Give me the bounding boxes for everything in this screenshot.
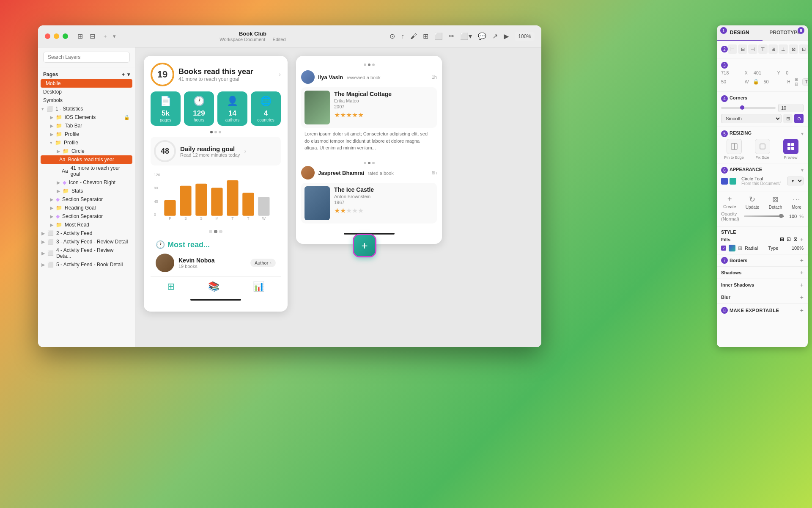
pin-to-edge-icon[interactable]: [727, 139, 742, 154]
corners-row: [721, 104, 804, 112]
layer-1-statistics[interactable]: ▾ ⬜ 1 - Statistics: [38, 105, 135, 113]
layer-label: 2 - Activity Feed: [56, 230, 92, 236]
corners-round-icon[interactable]: ⊙: [794, 114, 804, 123]
add-inner-shadow-button[interactable]: +: [800, 282, 804, 288]
tab-books-icon[interactable]: 📚: [208, 281, 219, 292]
fill-checkbox[interactable]: ✓: [721, 246, 726, 251]
stats-panel: 19 Books read this year 41 more to reach…: [144, 56, 288, 312]
corners-slider[interactable]: [721, 107, 776, 109]
align-center-h-icon[interactable]: ⊟: [738, 44, 747, 54]
appearance-select[interactable]: ▾: [787, 177, 804, 185]
page-desktop[interactable]: Desktop: [38, 88, 135, 96]
layer-41-more[interactable]: Aa 41 more to reach your goal: [38, 164, 135, 178]
page-mobile[interactable]: Mobile: [41, 79, 132, 88]
layer-tab-bar[interactable]: ▶ 📁 Tab Bar: [38, 121, 135, 130]
layer-section-separator-1[interactable]: ▶ ◆ Section Separator: [38, 195, 135, 204]
style-icon[interactable]: 🖌: [410, 33, 417, 40]
pages-value: 5k: [162, 109, 170, 118]
layer-profile-2[interactable]: ▾ 📁 Profile: [38, 138, 135, 147]
more-component-button[interactable]: ⋯ More: [792, 195, 801, 210]
smooth-select[interactable]: Smooth: [721, 114, 782, 123]
tab-home-icon[interactable]: ⊞: [167, 281, 175, 292]
layer-4-activity-feed[interactable]: ▶ ⬜ 4 - Activity Feed - Review Deta...: [38, 246, 135, 260]
add-export-button[interactable]: +: [800, 307, 804, 314]
layer-books-read[interactable]: Aa Books read this year: [41, 155, 132, 164]
layer-3-activity-feed[interactable]: ▶ ⬜ 3 - Activity Feed - Review Detail: [38, 237, 135, 246]
fill-gradient-swatch[interactable]: [729, 245, 735, 251]
layer-chevron-right[interactable]: ▶ ◆ Icon - Chevron Right: [38, 178, 135, 187]
transform-icon[interactable]: ⬜: [434, 32, 443, 40]
layer-most-read[interactable]: ▶ 📁 Most Read: [38, 221, 135, 229]
dropdown-arrow[interactable]: ▾: [113, 33, 116, 39]
layer-5-activity-feed[interactable]: ▶ ⬜ 5 - Activity Feed - Book Detail: [38, 260, 135, 269]
zoom-display[interactable]: 100%: [515, 32, 535, 41]
align-bottom-icon[interactable]: ⊥: [779, 44, 788, 54]
upload-icon[interactable]: ↑: [401, 33, 404, 40]
chevron-right-icon: ▶: [50, 197, 53, 202]
create-label: Create: [723, 204, 736, 209]
pages-chevron-icon[interactable]: ▾: [127, 72, 130, 77]
chevron-down-icon: ▾: [50, 140, 52, 146]
align-left-icon[interactable]: ⊢: [728, 44, 737, 54]
fills-icon-2: ⊡: [787, 236, 791, 243]
pen-icon[interactable]: ✏: [449, 32, 454, 40]
canvas-area: 19 Books read this year 41 more to reach…: [135, 47, 541, 347]
color-swatch-blue: [721, 178, 728, 185]
update-component-button[interactable]: ↻ Update: [746, 195, 759, 210]
layer-circle[interactable]: ▶ 📁 Circle: [38, 147, 135, 155]
share-icon[interactable]: ↗: [492, 32, 498, 40]
tab-stats-icon[interactable]: 📊: [253, 281, 264, 292]
resizing-title-row: 5 RESIZING: [721, 130, 752, 137]
present-icon[interactable]: ▶: [504, 32, 509, 40]
align-top-icon[interactable]: ⊤: [758, 44, 768, 54]
appearance-toggle-icon[interactable]: ▾: [801, 167, 804, 173]
activity-user-2: Jaspreet Bhamrai: [318, 170, 364, 176]
search-input[interactable]: [43, 52, 130, 63]
layer-section-separator-2[interactable]: ▶ ◆ Section Separator: [38, 212, 135, 221]
page-symbols[interactable]: Symbols: [38, 96, 135, 105]
preview-icon[interactable]: [783, 139, 798, 154]
fab-button[interactable]: +: [353, 234, 376, 257]
create-component-button[interactable]: + Create: [723, 195, 736, 210]
add-blur-button[interactable]: +: [800, 294, 804, 301]
add-artboard-button[interactable]: +: [104, 33, 107, 39]
book-info-1: The Magical Cottage Erika Mateo 2007 ★★★…: [334, 91, 433, 124]
distribute-h-icon[interactable]: ⊠: [789, 44, 798, 54]
add-icon: +: [361, 239, 368, 252]
align-right-icon[interactable]: ⊣: [748, 44, 757, 54]
corners-square-icon[interactable]: ⊞: [783, 114, 793, 123]
select-icon[interactable]: ⊞: [423, 32, 428, 40]
layer-profile-1[interactable]: ▶ 📁 Profile: [38, 130, 135, 138]
design-tab[interactable]: 1 DESIGN: [717, 25, 763, 41]
grid-view-icon[interactable]: ⊟: [90, 32, 95, 40]
resizing-header: 5 RESIZING ▾: [721, 130, 804, 137]
align-center-v-icon[interactable]: ⊞: [768, 44, 778, 54]
layer-ios-elements[interactable]: ▶ 📁 iOS Elements 🔒: [38, 113, 135, 121]
tidy-button[interactable]: Tidy: [802, 78, 808, 86]
target-icon[interactable]: ⊙: [390, 32, 395, 40]
sidebar-toggle-icon[interactable]: ⊞: [77, 32, 83, 40]
opacity-slider[interactable]: [744, 215, 784, 217]
resizing-toggle-icon[interactable]: ▾: [801, 131, 804, 137]
fix-size-icon[interactable]: [755, 139, 770, 154]
add-fill-button[interactable]: +: [800, 236, 804, 243]
maximize-button[interactable]: [63, 33, 68, 39]
layer-2-activity-feed[interactable]: ▶ ⬜ 2 - Activity Feed: [38, 229, 135, 237]
layer-reading-goal[interactable]: ▶ 📁 Reading Goal: [38, 204, 135, 212]
add-shadow-button[interactable]: +: [800, 269, 804, 276]
lock-aspect-icon[interactable]: 🔒: [753, 79, 759, 85]
detach-component-button[interactable]: ⊠ Detach: [769, 195, 782, 210]
number-badge-1: 1: [720, 27, 727, 34]
add-page-icon[interactable]: +: [122, 72, 125, 77]
more-tools-icon[interactable]: ⬜▾: [460, 32, 472, 40]
close-button[interactable]: [45, 33, 50, 39]
comment-icon[interactable]: 💬: [478, 32, 486, 40]
frame-icon: ⬜: [47, 262, 54, 268]
prototype-tab[interactable]: PROTOTYPE 9: [763, 25, 808, 41]
layer-stats[interactable]: ▶ 📁 Stats: [38, 187, 135, 195]
appearance-source: From this Document/: [741, 181, 785, 186]
minimize-button[interactable]: [54, 33, 59, 39]
corners-value-input[interactable]: [778, 104, 804, 112]
add-border-button[interactable]: +: [800, 257, 804, 264]
distribute-v-icon[interactable]: ⊡: [799, 44, 808, 54]
